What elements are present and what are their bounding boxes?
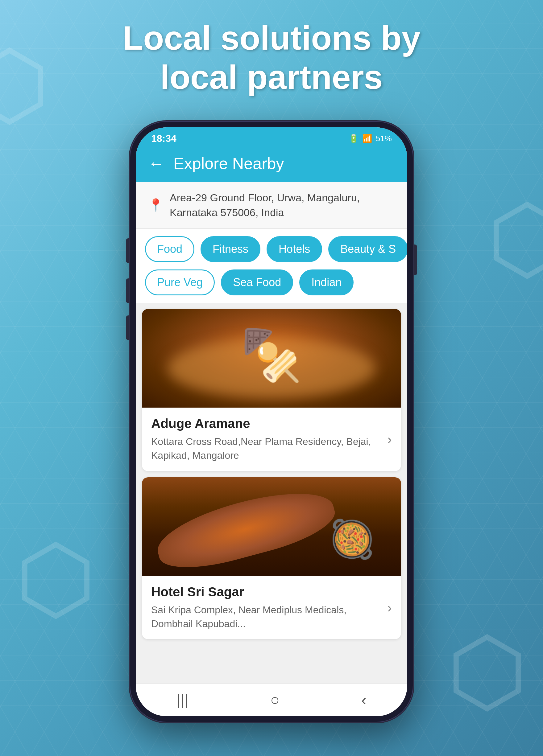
headline-line1: Local solutions by xyxy=(122,19,421,57)
headline-line2: local partners xyxy=(160,58,383,96)
card-image-1 xyxy=(142,309,401,408)
hex-decoration-4: ⬡ xyxy=(447,618,528,725)
restaurant-card-1[interactable]: Aduge Aramane Kottara Cross Road,Near Pl… xyxy=(142,309,401,471)
headline: Local solutions by local partners xyxy=(98,18,445,97)
card-arrow-1[interactable]: › xyxy=(387,432,392,447)
hex-decoration-1: ⬡ xyxy=(0,31,50,138)
back-button[interactable]: ← xyxy=(148,154,164,173)
restaurant-address-2: Sai Kripa Complex, Near Mediplus Medical… xyxy=(151,603,381,631)
filter-food[interactable]: Food xyxy=(145,236,194,262)
food-image-dosa xyxy=(142,477,401,576)
battery-icon: 🔋 xyxy=(349,134,359,143)
food-image-kebab xyxy=(142,309,401,408)
filter-row-1: Food Fitness Hotels Beauty & S xyxy=(136,229,407,269)
nav-home-icon[interactable]: ○ xyxy=(270,691,280,709)
status-icons: 🔋 📶 51% xyxy=(349,134,392,143)
status-time: 18:34 xyxy=(151,133,176,144)
restaurant-name-2: Hotel Sri Sagar xyxy=(151,585,381,599)
filter-sea-food[interactable]: Sea Food xyxy=(221,269,293,295)
nav-back-icon[interactable]: ‹ xyxy=(361,691,367,709)
restaurant-address-1: Kottara Cross Road,Near Plama Residency,… xyxy=(151,435,381,462)
card-arrow-2[interactable]: › xyxy=(387,600,392,615)
content-area: Aduge Aramane Kottara Cross Road,Near Pl… xyxy=(136,303,407,683)
nav-bar: ||| ○ ‹ xyxy=(136,683,407,716)
nav-menu-icon[interactable]: ||| xyxy=(176,691,188,709)
hex-decoration-2: ⬡ xyxy=(487,185,543,293)
location-bar: 📍 Area-29 Ground Floor, Urwa, Mangaluru,… xyxy=(136,182,407,229)
phone-wrapper: 18:34 🔋 📶 51% ← Explore Nearby 📍 Area-29… xyxy=(129,121,414,722)
status-bar: 18:34 🔋 📶 51% xyxy=(136,127,407,148)
filter-pure-veg[interactable]: Pure Veg xyxy=(145,269,215,295)
page-title: Explore Nearby xyxy=(173,154,284,173)
filter-hotels[interactable]: Hotels xyxy=(266,236,322,262)
restaurant-name-1: Aduge Aramane xyxy=(151,416,381,431)
phone-outer: 18:34 🔋 📶 51% ← Explore Nearby 📍 Area-29… xyxy=(129,121,414,722)
location-address: Area-29 Ground Floor, Urwa, Mangaluru, K… xyxy=(170,191,395,220)
card-text-1: Aduge Aramane Kottara Cross Road,Near Pl… xyxy=(151,416,381,462)
battery-percent: 51% xyxy=(376,134,392,143)
phone-screen: 18:34 🔋 📶 51% ← Explore Nearby 📍 Area-29… xyxy=(136,127,407,716)
wifi-icon: 📶 xyxy=(362,134,372,143)
location-pin-icon: 📍 xyxy=(148,198,163,212)
filter-row-2: Pure Veg Sea Food Indian xyxy=(136,269,407,303)
filter-indian[interactable]: Indian xyxy=(299,269,354,295)
card-info-2: Hotel Sri Sagar Sai Kripa Complex, Near … xyxy=(142,576,401,639)
top-bar: ← Explore Nearby xyxy=(136,148,407,182)
filter-beauty[interactable]: Beauty & S xyxy=(328,236,407,262)
card-image-2 xyxy=(142,477,401,576)
card-text-2: Hotel Sri Sagar Sai Kripa Complex, Near … xyxy=(151,585,381,631)
card-info-1: Aduge Aramane Kottara Cross Road,Near Pl… xyxy=(142,408,401,471)
hex-decoration-3: ⬡ xyxy=(15,525,96,633)
filter-fitness[interactable]: Fitness xyxy=(200,236,260,262)
restaurant-card-2[interactable]: Hotel Sri Sagar Sai Kripa Complex, Near … xyxy=(142,477,401,639)
